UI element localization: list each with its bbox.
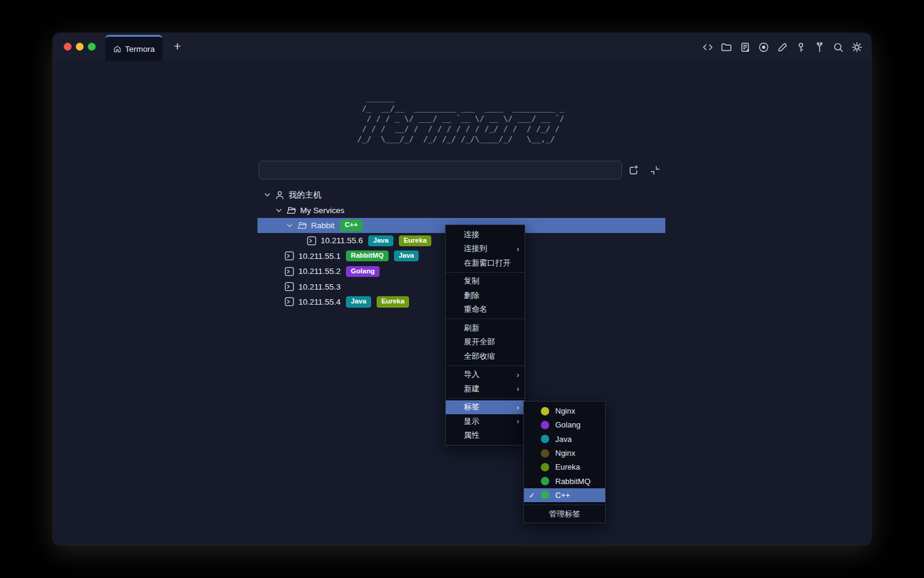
menu-item[interactable]: 展开全部: [446, 335, 525, 350]
menu-item[interactable]: 在新窗口打开: [446, 256, 525, 270]
context-menu: 连接连接到›在新窗口打开复制删除重命名刷新展开全部全部收缩导入›新建›标签›显示…: [445, 225, 525, 446]
tag-menu-item[interactable]: ✓C++: [524, 488, 605, 502]
host-tag: Eureka: [399, 235, 431, 246]
tag-menu-item[interactable]: Golang: [524, 418, 605, 432]
tag-color-dot: [541, 421, 549, 429]
host-tag: Java: [394, 250, 419, 261]
menu-item[interactable]: 显示›: [446, 414, 525, 429]
new-tab-button[interactable]: +: [170, 39, 185, 54]
chevron-down-icon[interactable]: [286, 222, 294, 229]
tag-menu-item[interactable]: Eureka: [524, 460, 605, 474]
menu-item[interactable]: 重命名: [446, 303, 525, 317]
tag-menu-item[interactable]: Nginx: [524, 446, 605, 460]
submenu-arrow-icon: ›: [517, 385, 519, 393]
search-input[interactable]: [259, 161, 622, 179]
tree-item-label: Rabbit: [311, 221, 334, 230]
settings-icon[interactable]: [850, 40, 863, 54]
tag-menu-item[interactable]: Java: [524, 432, 605, 446]
tag-menu-item[interactable]: Nginx: [524, 404, 605, 418]
tab-termora[interactable]: Termora: [105, 35, 162, 61]
key-icon[interactable]: [794, 40, 807, 54]
menu-item-label: 复制: [464, 276, 479, 287]
menu-item[interactable]: 属性: [446, 429, 525, 443]
chevron-down-icon[interactable]: [263, 191, 271, 199]
tag-menu-label: Eureka: [555, 462, 580, 471]
check-icon: ✓: [529, 491, 541, 500]
record-icon[interactable]: [757, 40, 770, 54]
app-window: Termora + ______ /_ __/__ _________ ___ …: [53, 33, 871, 545]
traffic-lights: [64, 43, 96, 51]
menu-item[interactable]: 全部收缩: [446, 349, 525, 364]
tree-item-label: 我的主机: [289, 190, 321, 200]
code-icon[interactable]: [701, 40, 714, 54]
tag-menu-label: RabbitMQ: [555, 477, 591, 486]
branch-icon[interactable]: [813, 40, 826, 54]
terminal-icon: [307, 236, 316, 246]
tag-menu-item[interactable]: RabbitMQ: [524, 474, 605, 488]
menu-item[interactable]: 删除: [446, 288, 525, 303]
menu-item[interactable]: 复制: [446, 275, 525, 289]
tree-item-label: 10.211.55.4: [298, 297, 340, 306]
tree-item-label: 10.211.55.6: [321, 236, 363, 245]
menu-item-label: 属性: [464, 430, 479, 441]
tag-menu-label: C++: [555, 491, 570, 500]
search-icon[interactable]: [831, 40, 845, 54]
menu-item-label: 连接到: [464, 243, 487, 254]
edit-icon[interactable]: [775, 40, 789, 54]
manage-tags-item[interactable]: 管理标签: [524, 505, 605, 523]
tree-row[interactable]: My Services: [257, 202, 665, 217]
menu-item-label: 删除: [464, 290, 479, 301]
tab-label: Termora: [125, 45, 155, 54]
user-icon: [275, 190, 285, 200]
tag-color-dot: [541, 477, 549, 485]
host-tag: RabbitMQ: [346, 250, 388, 261]
submenu-arrow-icon: ›: [517, 417, 519, 425]
menu-item[interactable]: 连接: [446, 228, 525, 242]
menu-item[interactable]: 连接到›: [446, 242, 525, 256]
tag-color-dot: [541, 435, 549, 443]
menu-item-label: 重命名: [464, 304, 487, 315]
folder-icon[interactable]: [719, 40, 733, 54]
terminal-icon: [285, 282, 294, 291]
menu-item-label: 导入: [464, 369, 479, 380]
terminal-icon: [285, 267, 294, 276]
menu-item[interactable]: 导入›: [446, 368, 525, 382]
add-host-icon[interactable]: [626, 163, 641, 178]
menu-item-label: 新建: [464, 384, 479, 394]
tree-item-label: 10.211.55.2: [298, 267, 340, 276]
host-tag: C++: [340, 220, 363, 231]
collapse-icon[interactable]: [647, 163, 662, 178]
menu-item-label: 全部收缩: [464, 351, 495, 362]
menu-group: 刷新展开全部全部收缩: [446, 319, 525, 365]
log-icon[interactable]: [738, 40, 751, 54]
home-icon: [113, 45, 122, 53]
submenu-arrow-icon: ›: [517, 371, 519, 379]
tree-item-label: 10.211.55.1: [298, 252, 340, 261]
tree-item-label: My Services: [300, 206, 345, 215]
tree-row[interactable]: 我的主机: [257, 187, 665, 202]
toolbar: [701, 40, 863, 54]
menu-item-label: 连接: [464, 229, 479, 240]
tag-color-dot: [541, 407, 549, 415]
menu-item-label: 展开全部: [464, 337, 495, 347]
minimize-window-button[interactable]: [76, 43, 84, 51]
host-tag: Golang: [346, 266, 380, 277]
host-tag: Java: [346, 296, 371, 307]
menu-group: 复制删除重命名: [446, 272, 525, 319]
close-window-button[interactable]: [64, 43, 72, 51]
menu-item[interactable]: 刷新: [446, 321, 525, 335]
tree-item-label: 10.211.55.3: [298, 282, 340, 291]
menu-item-label: 标签: [464, 402, 479, 412]
host-tag: Eureka: [377, 296, 409, 307]
menu-item-label: 在新窗口打开: [464, 258, 511, 269]
menu-item[interactable]: 新建›: [446, 382, 525, 396]
tag-menu-label: Nginx: [555, 449, 575, 458]
maximize-window-button[interactable]: [88, 43, 96, 51]
tag-color-dot: [541, 463, 549, 471]
menu-item-label: 显示: [464, 416, 479, 427]
chevron-down-icon[interactable]: [275, 207, 283, 214]
menu-item[interactable]: 标签›: [446, 400, 525, 415]
terminal-icon: [285, 297, 294, 306]
tag-menu-label: Golang: [555, 420, 581, 429]
tag-menu-label: Nginx: [555, 406, 575, 415]
